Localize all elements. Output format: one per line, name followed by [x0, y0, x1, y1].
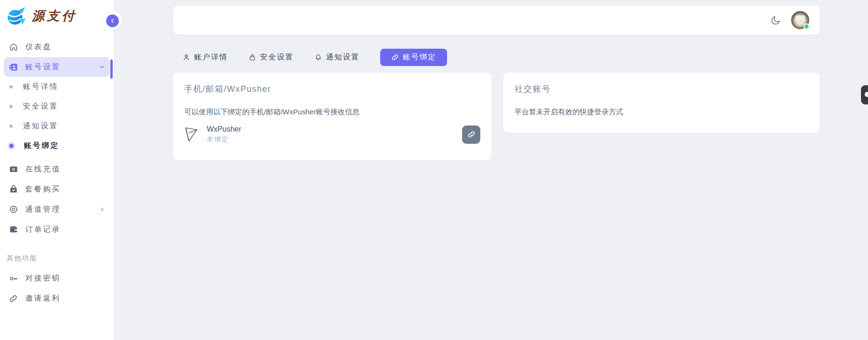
sidebar: 源支付 仪表盘 账号设置 账号详情 安全设置 通知设	[0, 0, 114, 340]
id-badge-icon	[8, 62, 18, 72]
sidebar-item-label: 订单记录	[25, 225, 61, 235]
tab-label: 账户详情	[194, 52, 228, 62]
tab-account-binding[interactable]: 账号绑定	[380, 49, 447, 66]
binding-item-name: WxPusher	[207, 125, 241, 133]
banknote-icon	[8, 164, 18, 174]
home-icon	[8, 42, 18, 52]
chevron-left-icon	[109, 18, 116, 24]
sidebar-subitem-label: 账号绑定	[24, 141, 59, 151]
sidebar-item-label: 账号设置	[25, 62, 61, 72]
lock-icon	[248, 53, 256, 61]
binding-item-wxpusher: WxPusher 未绑定	[184, 125, 480, 144]
sidebar-subitem-label: 安全设置	[23, 102, 58, 111]
tab-label: 账号绑定	[403, 52, 436, 62]
key-icon	[8, 273, 18, 283]
sidebar-subitem-account-binding[interactable]: 账号绑定	[4, 136, 110, 155]
settings-tabs: 账户详情 安全设置 通知设置 账号绑定	[173, 48, 447, 66]
sidebar-item-label: 对接密钥	[25, 273, 61, 283]
sidebar-subitem-account-detail[interactable]: 账号详情	[4, 77, 110, 96]
chevron-right-icon	[99, 207, 105, 213]
bullet-icon	[9, 144, 14, 148]
tab-security-settings[interactable]: 安全设置	[248, 52, 294, 62]
sidebar-item-online-recharge[interactable]: 在线充值	[4, 159, 110, 179]
app-logo-icon	[6, 6, 27, 26]
gear-icon	[8, 205, 18, 214]
active-item-indicator	[110, 59, 113, 79]
link-icon	[8, 294, 18, 303]
app-logo[interactable]: 源支付	[0, 0, 114, 30]
binding-card-title: 手机/邮箱/WxPusher	[184, 83, 480, 95]
sidebar-item-label: 在线充值	[25, 164, 61, 174]
sidebar-item-label: 仪表盘	[25, 42, 52, 52]
tab-account-detail[interactable]: 账户详情	[182, 52, 228, 62]
binding-item-info: WxPusher 未绑定	[207, 125, 241, 144]
binding-card: 手机/邮箱/WxPusher 可以使用以下绑定的手机/邮箱/WxPusher账号…	[173, 73, 492, 160]
wallet-icon	[8, 225, 18, 235]
link-icon	[467, 130, 476, 139]
sidebar-item-channel-management[interactable]: 通道管理	[4, 200, 110, 219]
user-avatar[interactable]	[791, 11, 810, 30]
sidebar-item-api-keys[interactable]: 对接密钥	[4, 268, 110, 288]
sidebar-subitem-security-settings[interactable]: 安全设置	[4, 97, 110, 116]
app-logo-text: 源支付	[32, 7, 77, 24]
binding-card-description: 可以使用以下绑定的手机/邮箱/WxPusher账号接收信息	[184, 107, 480, 117]
bind-wxpusher-button[interactable]	[462, 126, 480, 144]
chevron-down-icon	[99, 64, 105, 70]
sidebar-item-order-records[interactable]: 订单记录	[4, 220, 110, 239]
sidebar-section-label: 其他功能	[4, 240, 110, 268]
bullet-icon	[9, 105, 13, 108]
tab-notification-settings[interactable]: 通知设置	[314, 52, 360, 62]
sidebar-item-invite-rebate[interactable]: 邀请返利	[4, 288, 110, 308]
dark-mode-toggle[interactable]	[768, 13, 783, 28]
social-card-description: 平台暂未开启有效的快捷登录方式	[514, 107, 809, 117]
social-accounts-card: 社交账号 平台暂未开启有效的快捷登录方式	[503, 73, 820, 133]
binding-item-status: 未绑定	[207, 135, 241, 144]
sidebar-item-package-purchase[interactable]: 套餐购买	[4, 179, 110, 199]
link-icon	[391, 53, 399, 61]
sidebar-collapse-button[interactable]	[106, 15, 119, 27]
tab-label: 通知设置	[326, 52, 360, 62]
topbar	[173, 6, 820, 35]
sidebar-nav: 仪表盘 账号设置 账号详情 安全设置 通知设置 账号绑定	[0, 30, 114, 308]
tab-label: 安全设置	[260, 52, 294, 62]
online-status-dot	[803, 23, 810, 30]
sidebar-subitem-label: 通知设置	[23, 121, 58, 131]
sidebar-item-label: 通道管理	[25, 205, 61, 214]
sidebar-subitem-label: 账号详情	[23, 82, 58, 92]
moon-icon	[770, 15, 781, 26]
sidebar-item-dashboard[interactable]: 仪表盘	[4, 37, 110, 57]
sidebar-item-label: 邀请返利	[25, 294, 61, 303]
person-icon	[182, 53, 190, 61]
bullet-icon	[9, 85, 13, 89]
bell-icon	[314, 53, 322, 61]
bullet-icon	[9, 125, 13, 128]
sidebar-item-account-settings[interactable]: 账号设置	[4, 57, 110, 77]
sidebar-collapse-halo	[102, 11, 122, 30]
social-card-title: 社交账号	[514, 83, 809, 95]
sidebar-item-label: 套餐购买	[25, 185, 61, 194]
sidebar-subitem-notification-settings[interactable]: 通知设置	[4, 117, 110, 136]
wxpusher-icon	[184, 126, 200, 143]
shopping-bag-icon	[8, 185, 18, 194]
settings-drawer-handle[interactable]	[861, 85, 868, 104]
